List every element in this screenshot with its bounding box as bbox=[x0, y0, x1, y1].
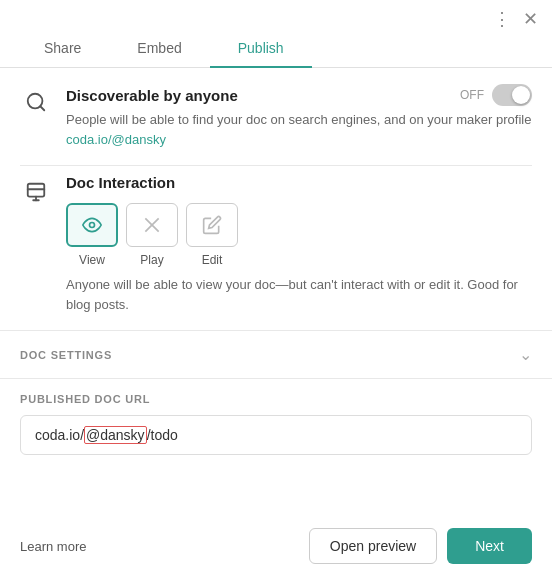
url-highlight: @dansky bbox=[84, 426, 147, 444]
footer-buttons: Open preview Next bbox=[309, 528, 532, 564]
discoverable-section: Discoverable by anyone OFF People will b… bbox=[20, 84, 532, 149]
main-content: Discoverable by anyone OFF People will b… bbox=[0, 68, 552, 314]
tab-embed[interactable]: Embed bbox=[109, 30, 209, 68]
top-bar-icons: ⋮ ✕ bbox=[491, 8, 540, 30]
edit-label: Edit bbox=[202, 253, 223, 267]
tab-share[interactable]: Share bbox=[16, 30, 109, 68]
published-url-section: PUBLISHED DOC URL coda.io/@dansky/todo bbox=[0, 379, 552, 465]
discoverable-title: Discoverable by anyone bbox=[66, 87, 238, 104]
play-icon-box bbox=[126, 203, 178, 247]
tab-bar: Share Embed Publish bbox=[0, 30, 552, 68]
footer: Learn more Open preview Next bbox=[0, 514, 552, 578]
discoverable-description: People will be able to find your doc on … bbox=[66, 110, 532, 149]
edit-button[interactable]: Edit bbox=[186, 203, 238, 267]
tab-publish[interactable]: Publish bbox=[210, 30, 312, 68]
discoverable-link[interactable]: coda.io/@dansky bbox=[66, 132, 166, 147]
open-preview-button[interactable]: Open preview bbox=[309, 528, 437, 564]
interaction-icon bbox=[20, 176, 52, 208]
view-button[interactable]: View bbox=[66, 203, 118, 267]
doc-interaction-title: Doc Interaction bbox=[66, 174, 532, 191]
toggle-row: OFF bbox=[460, 84, 532, 106]
view-label: View bbox=[79, 253, 105, 267]
url-prefix: coda.io/ bbox=[35, 427, 84, 443]
view-icon-box bbox=[66, 203, 118, 247]
search-icon bbox=[20, 86, 52, 118]
learn-more-link[interactable]: Learn more bbox=[20, 539, 86, 554]
next-button[interactable]: Next bbox=[447, 528, 532, 564]
discoverable-body: Discoverable by anyone OFF People will b… bbox=[66, 84, 532, 149]
toggle-label: OFF bbox=[460, 88, 484, 102]
doc-interaction-body: Doc Interaction View bbox=[66, 174, 532, 314]
divider-1 bbox=[20, 165, 532, 166]
doc-settings-label: DOC SETTINGS bbox=[20, 349, 112, 361]
play-label: Play bbox=[140, 253, 163, 267]
interaction-description: Anyone will be able to view your doc—but… bbox=[66, 275, 532, 314]
more-icon[interactable]: ⋮ bbox=[491, 8, 513, 30]
doc-interaction-section: Doc Interaction View bbox=[20, 174, 532, 314]
interaction-buttons: View Play bbox=[66, 203, 532, 267]
close-icon[interactable]: ✕ bbox=[521, 8, 540, 30]
discoverable-header: Discoverable by anyone OFF bbox=[66, 84, 532, 106]
doc-settings-section[interactable]: DOC SETTINGS ⌄ bbox=[0, 330, 552, 379]
discoverable-toggle[interactable] bbox=[492, 84, 532, 106]
url-suffix: /todo bbox=[147, 427, 178, 443]
chevron-down-icon: ⌄ bbox=[519, 345, 532, 364]
svg-line-1 bbox=[40, 106, 44, 110]
published-url-label: PUBLISHED DOC URL bbox=[20, 393, 532, 405]
edit-icon-box bbox=[186, 203, 238, 247]
published-url-box[interactable]: coda.io/@dansky/todo bbox=[20, 415, 532, 455]
top-bar: ⋮ ✕ bbox=[0, 0, 552, 30]
svg-point-3 bbox=[90, 223, 95, 228]
play-button[interactable]: Play bbox=[126, 203, 178, 267]
